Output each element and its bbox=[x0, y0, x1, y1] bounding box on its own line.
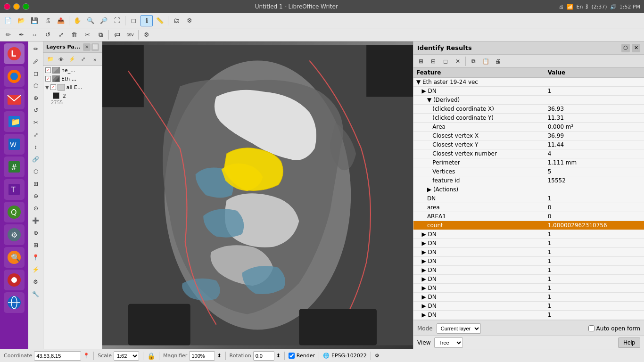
vtb-btn-13[interactable]: ⊖ bbox=[30, 190, 42, 202]
open-form-btn[interactable]: 📋 bbox=[480, 56, 491, 66]
rotation-spin[interactable]: ⬍ bbox=[276, 353, 281, 359]
table-row[interactable]: Closest vertex X36.99 bbox=[413, 132, 644, 140]
pan-btn[interactable]: ✋ bbox=[71, 15, 83, 26]
zoom-extent-btn[interactable]: ⛶ bbox=[111, 15, 123, 26]
vtb-btn-3[interactable]: ◻ bbox=[30, 68, 42, 79]
table-row[interactable]: ▶ DN1 bbox=[413, 311, 644, 320]
rotate-btn[interactable]: ↺ bbox=[41, 29, 54, 41]
table-row[interactable]: Vertices5 bbox=[413, 167, 644, 176]
vtb-btn-7[interactable]: ✂ bbox=[30, 117, 42, 128]
table-row[interactable]: Closest vertex number4 bbox=[413, 149, 644, 158]
vtb-btn-16[interactable]: ⊕ bbox=[30, 227, 42, 239]
panel-float-btn[interactable]: ⬜ bbox=[91, 43, 99, 51]
open-btn[interactable]: 📂 bbox=[15, 15, 27, 26]
settings-btn[interactable]: ⚙ bbox=[140, 29, 153, 41]
table-row[interactable]: feature id15552 bbox=[413, 176, 644, 185]
app-icon-disks[interactable] bbox=[4, 270, 25, 290]
vtb-btn-12[interactable]: ⊞ bbox=[30, 178, 42, 189]
settings-icon[interactable]: ⚙ bbox=[375, 353, 380, 359]
panel-close-btn[interactable]: ✕ bbox=[83, 43, 91, 51]
table-row[interactable]: ▶ DN1 bbox=[413, 230, 644, 239]
map-canvas-area[interactable] bbox=[102, 41, 413, 349]
vtb-btn-20[interactable]: ⚙ bbox=[30, 276, 42, 288]
app-icon-firefox[interactable] bbox=[4, 66, 25, 87]
table-row[interactable]: ▶ DN1 bbox=[413, 302, 644, 311]
lt-more[interactable]: » bbox=[90, 55, 100, 64]
mode-select[interactable]: Current layer Top down All layers bbox=[437, 323, 481, 334]
process-btn[interactable]: ⚙ bbox=[183, 15, 196, 26]
collapse-all-btn[interactable]: ⊟ bbox=[428, 56, 439, 66]
lt-filter[interactable]: ⚡ bbox=[67, 55, 77, 64]
highlighted-row[interactable]: count1.000002962310756 bbox=[413, 221, 644, 230]
layer-expand-alle[interactable]: ▼ bbox=[45, 85, 49, 90]
layer-btn[interactable]: 🗂 bbox=[170, 15, 182, 26]
identify-panel-undock[interactable]: ⬡ bbox=[621, 44, 630, 52]
app-icon-libreoffice[interactable]: L bbox=[4, 43, 25, 64]
vtb-btn-17[interactable]: ⊞ bbox=[30, 239, 42, 251]
table-row[interactable]: ▶ DN1 bbox=[413, 275, 644, 284]
vtb-btn-14[interactable]: ⊙ bbox=[30, 203, 42, 214]
move-btn[interactable]: ↔ bbox=[28, 29, 41, 41]
table-row[interactable]: area0 bbox=[413, 203, 644, 212]
layer-check-eth[interactable]: ✓ bbox=[45, 76, 51, 82]
layer-check-alle[interactable]: ✓ bbox=[50, 84, 56, 90]
lt-expand-all[interactable]: ⤢ bbox=[78, 55, 88, 64]
digitize-btn[interactable]: ✒ bbox=[15, 29, 27, 41]
zoom-in-btn[interactable]: 🔍 bbox=[84, 15, 97, 26]
layer-item-alle[interactable]: ▼ ✓ all E... bbox=[43, 83, 102, 91]
app-icon-settings[interactable]: ⚙ bbox=[4, 224, 25, 245]
table-row[interactable]: Perimeter1.111 mm bbox=[413, 158, 644, 167]
layer-item-eth[interactable]: ✓ Eth ... bbox=[43, 74, 102, 83]
scale-btn[interactable]: ⤢ bbox=[55, 29, 67, 41]
panel-header-buttons[interactable]: ✕ ⬜ bbox=[83, 43, 99, 51]
identify-header-buttons[interactable]: ⬡ ✕ bbox=[621, 44, 640, 52]
rotation-input[interactable] bbox=[253, 351, 274, 361]
select-feature-btn[interactable]: ◻ bbox=[440, 56, 451, 66]
vtb-btn-9[interactable]: ↕ bbox=[30, 141, 42, 153]
vtb-btn-1[interactable]: ✏ bbox=[30, 43, 42, 55]
magnifier-input[interactable] bbox=[189, 351, 215, 361]
table-row[interactable]: ▶ DN1 bbox=[413, 257, 644, 266]
maximize-button[interactable] bbox=[23, 3, 29, 10]
copy-results-btn[interactable]: ⧉ bbox=[468, 56, 479, 66]
table-row[interactable]: ▼ Eth aster 19-24 vec bbox=[413, 78, 644, 87]
table-row[interactable]: Area0.000 m² bbox=[413, 123, 644, 132]
vtb-btn-10[interactable]: 🔗 bbox=[30, 154, 42, 165]
save-btn[interactable]: 💾 bbox=[28, 15, 41, 26]
table-row[interactable]: AREA10 bbox=[413, 212, 644, 221]
delete-btn[interactable]: 🗑 bbox=[68, 29, 80, 41]
vtb-btn-21[interactable]: 🔧 bbox=[30, 288, 42, 300]
table-row[interactable]: (clicked coordinate Y)11.31 bbox=[413, 114, 644, 123]
identify-btn[interactable]: ℹ bbox=[140, 15, 153, 26]
edit-node-btn[interactable]: ✏ bbox=[2, 29, 14, 41]
vtb-btn-6[interactable]: ↺ bbox=[30, 105, 42, 116]
vtb-btn-8[interactable]: ⤢ bbox=[30, 129, 42, 140]
app-icon-mail[interactable] bbox=[4, 89, 25, 109]
layer-check-ne[interactable]: ✓ bbox=[45, 67, 51, 73]
print-preview-btn[interactable]: 🖨 bbox=[41, 15, 54, 26]
table-row[interactable]: ▶ DN1 bbox=[413, 293, 644, 302]
cut-btn[interactable]: ✂ bbox=[81, 29, 93, 41]
table-row[interactable]: ▶ DN1 bbox=[413, 239, 644, 248]
layer-item-ne[interactable]: ✓ ne_... bbox=[43, 66, 102, 74]
auto-open-checkbox[interactable] bbox=[588, 325, 594, 331]
close-button[interactable] bbox=[4, 3, 10, 10]
table-row[interactable]: ▶ DN1 bbox=[413, 284, 644, 293]
coordinate-input[interactable] bbox=[34, 351, 81, 361]
lt-eye[interactable]: 👁 bbox=[56, 55, 66, 64]
table-row[interactable]: ▶ DN1 bbox=[413, 266, 644, 275]
render-checkbox[interactable] bbox=[289, 353, 295, 359]
print-btn[interactable]: 🖨 bbox=[492, 56, 504, 66]
lock-icon[interactable]: 🔒 bbox=[147, 352, 155, 360]
measure-btn[interactable]: 📏 bbox=[154, 15, 166, 26]
table-row[interactable]: ▶ DN1 bbox=[413, 248, 644, 257]
table-row[interactable]: (clicked coordinate X)36.93 bbox=[413, 105, 644, 114]
table-row[interactable]: ▶ (Actions) bbox=[413, 185, 644, 194]
zoom-out-btn[interactable]: 🔎 bbox=[98, 15, 110, 26]
vtb-btn-11[interactable]: ⬡ bbox=[30, 166, 42, 177]
help-button[interactable]: Help bbox=[618, 337, 640, 348]
vtb-btn-15[interactable]: ➕ bbox=[30, 215, 42, 226]
identify-panel-close[interactable]: ✕ bbox=[632, 44, 640, 52]
window-controls[interactable] bbox=[4, 3, 29, 10]
expand-all-btn[interactable]: ⊞ bbox=[415, 56, 427, 66]
